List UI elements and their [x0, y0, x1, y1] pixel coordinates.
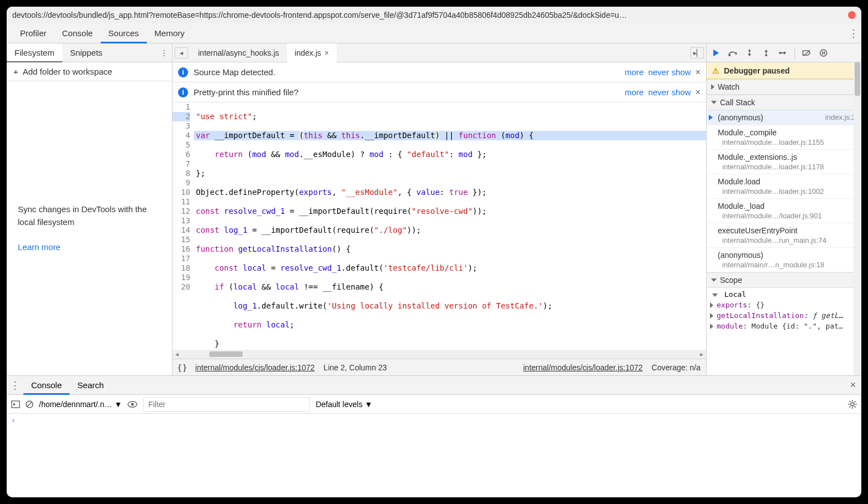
file-tab-async-hooks[interactable]: internal/async_hooks.js — [190, 43, 287, 62]
scope-var-value: : ƒ getL… — [804, 311, 843, 320]
console-context-label: /home/dennmart/.n… — [39, 400, 112, 409]
status-cursor-position: Line 2, Column 23 — [324, 363, 387, 372]
stack-frame-location: internal/module…loader.js:1155 — [718, 138, 856, 146]
console-context-selector[interactable]: /home/dennmart/.n… ▼ — [39, 400, 122, 409]
console-filter-input[interactable] — [143, 397, 310, 412]
infobar-close-icon[interactable]: × — [696, 67, 701, 77]
scrollbar-thumb[interactable] — [855, 62, 860, 96]
tab-snippets[interactable]: Snippets — [62, 43, 110, 62]
chevron-down-icon: ▼ — [364, 400, 372, 409]
infobar-more-link[interactable]: more — [625, 67, 644, 77]
step-over-button[interactable] — [727, 47, 739, 59]
console-settings-icon[interactable] — [848, 400, 857, 409]
add-folder-button[interactable]: + Add folder to workspace — [7, 62, 172, 81]
svg-rect-7 — [824, 51, 825, 55]
infobar-close-icon[interactable]: × — [696, 87, 701, 97]
stack-frame[interactable]: Module._extensions..js internal/module…l… — [707, 150, 861, 174]
chevron-right-icon — [711, 84, 714, 90]
svg-line-18 — [849, 401, 850, 402]
file-tab-label: index.js — [295, 43, 321, 62]
scrollbar-thumb[interactable] — [209, 351, 243, 357]
chevron-right-icon — [710, 313, 713, 319]
close-tab-icon[interactable]: × — [324, 43, 329, 62]
scope-variable[interactable]: getLocalInstallation: ƒ getL… — [707, 310, 861, 321]
scroll-left-icon[interactable]: ◂ — [172, 350, 181, 358]
tab-profiler[interactable]: Profiler — [12, 23, 55, 43]
clear-console-icon[interactable] — [26, 400, 33, 408]
scroll-right-icon[interactable]: ▸ — [697, 350, 706, 358]
scope-variable[interactable]: exports: {} — [707, 300, 861, 310]
live-expression-icon[interactable] — [127, 401, 137, 408]
code-editor[interactable]: 1234567891011121314151617181920 "use str… — [172, 102, 706, 350]
file-tab-index[interactable]: index.js × — [287, 43, 337, 62]
tab-sources[interactable]: Sources — [101, 23, 147, 43]
chevron-right-icon — [710, 302, 713, 308]
svg-point-13 — [851, 403, 854, 406]
console-sidebar-toggle-icon[interactable] — [11, 400, 20, 408]
status-source-link-right[interactable]: internal/modules/cjs/loader.js:1072 — [523, 363, 643, 372]
drawer-tab-search[interactable]: Search — [70, 376, 112, 395]
tab-console[interactable]: Console — [55, 23, 101, 43]
tab-filesystem[interactable]: Filesystem — [7, 43, 62, 62]
scope-section-header[interactable]: Scope — [707, 272, 861, 288]
learn-more-link[interactable]: Learn more — [18, 241, 161, 254]
status-coverage: Coverage: n/a — [652, 363, 701, 372]
file-nav-back-icon[interactable]: ◂ — [175, 47, 188, 58]
stack-frame[interactable]: (anonymous) internal/main/r…n_module.js:… — [707, 248, 861, 272]
svg-point-5 — [820, 50, 827, 56]
console-levels-label: Default levels — [315, 400, 362, 409]
file-nav-more-icon[interactable]: ▸▏ — [691, 47, 704, 58]
stack-frame-name: Module._extensions..js — [718, 153, 797, 162]
svg-line-10 — [27, 402, 32, 407]
drawer-menu-icon[interactable]: ⋮ — [7, 379, 23, 392]
right-panel-scrollbar[interactable] — [854, 62, 861, 375]
status-source-link-left[interactable]: internal/modules/cjs/loader.js:1072 — [195, 363, 315, 372]
infobar-never-link[interactable]: never show — [648, 87, 691, 97]
scope-var-name: exports — [717, 301, 747, 309]
step-out-button[interactable] — [760, 47, 772, 59]
pretty-print-button[interactable]: { } — [178, 363, 186, 372]
close-window-icon[interactable] — [848, 11, 856, 19]
callstack-section-header[interactable]: Call Stack — [707, 95, 861, 110]
step-into-button[interactable] — [743, 47, 756, 59]
step-button[interactable] — [777, 47, 789, 59]
stack-frame[interactable]: Module._load internal/module…/loader.js:… — [707, 199, 861, 223]
console-prompt-icon: › — [11, 416, 16, 424]
stack-frame[interactable]: index.js:2 (anonymous) — [707, 110, 861, 125]
infobar-more-link[interactable]: more — [625, 87, 644, 97]
chevron-down-icon — [711, 278, 717, 282]
devtools-menu-icon[interactable]: ⋮ — [846, 27, 861, 40]
deactivate-breakpoints-button[interactable] — [801, 47, 813, 59]
infobar-never-link[interactable]: never show — [648, 67, 691, 77]
stack-frame-location: internal/module…loader.js:1002 — [718, 187, 856, 195]
tab-memory[interactable]: Memory — [147, 23, 193, 43]
filesystem-sync-message: Sync changes in DevTools with the local … — [18, 203, 161, 228]
stack-frame[interactable]: Module._compile internal/module…loader.j… — [707, 125, 861, 150]
infobar-text: Source Map detected. — [194, 67, 620, 77]
console-output[interactable]: › — [7, 414, 861, 497]
drawer-tab-console[interactable]: Console — [23, 376, 70, 395]
chevron-right-icon — [710, 324, 713, 329]
editor-horizontal-scrollbar[interactable]: ◂ ▸ — [172, 350, 706, 359]
scope-var-value: : {} — [747, 301, 765, 309]
scope-local-header[interactable]: Local — [707, 289, 861, 300]
pause-on-exceptions-button[interactable] — [817, 47, 830, 59]
chevron-down-icon: ▼ — [115, 400, 122, 409]
file-tab-label: internal/async_hooks.js — [198, 43, 279, 62]
stack-frame-name: (anonymous) — [718, 113, 763, 122]
console-levels-selector[interactable]: Default levels ▼ — [315, 400, 372, 409]
add-folder-label: Add folder to workspace — [23, 67, 112, 76]
stack-frame[interactable]: executeUserEntryPoint internal/module…ru… — [707, 223, 861, 248]
resume-button[interactable] — [710, 47, 722, 59]
scope-var-name: getLocalInstallation — [717, 311, 804, 320]
stack-frame-location: internal/main/r…n_module.js:18 — [718, 261, 856, 269]
navigator-more-icon[interactable]: ⋮ — [156, 49, 172, 57]
scope-variable[interactable]: module: Module {id: ".", pat… — [707, 321, 861, 331]
watch-section-header[interactable]: Watch — [707, 79, 861, 95]
svg-point-2 — [765, 54, 767, 56]
stack-frame-location: index.js:2 — [825, 113, 856, 121]
plus-icon: + — [13, 67, 18, 76]
stack-frame[interactable]: Module.load internal/module…loader.js:10… — [707, 174, 861, 199]
line-gutter: 1234567891011121314151617181920 — [172, 102, 194, 350]
drawer-close-icon[interactable]: × — [845, 379, 861, 391]
